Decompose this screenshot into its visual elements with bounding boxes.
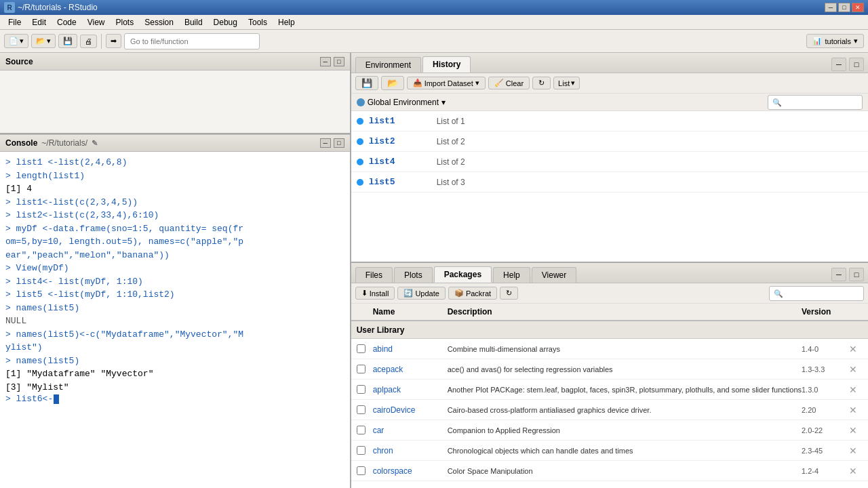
tab-environment[interactable]: Environment: [355, 57, 421, 73]
env-refresh-btn[interactable]: ↻: [532, 77, 551, 89]
pkg-checkbox[interactable]: [357, 466, 373, 475]
tab-help[interactable]: Help: [493, 267, 530, 283]
pkg-desc: Combine multi-dimensional arrays: [448, 345, 802, 353]
var-name: list5: [369, 177, 437, 187]
packages-refresh-btn[interactable]: ↻: [500, 287, 518, 300]
pkg-delete-btn[interactable]: ✕: [849, 364, 863, 375]
source-title: Source: [5, 57, 33, 66]
pkg-delete-btn[interactable]: ✕: [849, 405, 863, 415]
menu-item-code[interactable]: Code: [52, 16, 82, 28]
close-btn[interactable]: ✕: [852, 3, 864, 12]
tab-plots[interactable]: Plots: [394, 267, 433, 283]
menu-item-edit[interactable]: Edit: [26, 16, 52, 28]
toolbar-right: 📊 tutorials ▾: [806, 34, 864, 48]
env-search-input[interactable]: [768, 95, 863, 110]
open-file-dropdown-icon: ▾: [47, 37, 51, 45]
pkg-delete-btn[interactable]: ✕: [849, 425, 863, 436]
pkg-checkbox[interactable]: [357, 365, 373, 373]
pkg-name[interactable]: car: [373, 426, 448, 435]
menu-item-debug[interactable]: Debug: [208, 16, 243, 28]
pkg-checkbox[interactable]: [357, 446, 373, 455]
print-btn[interactable]: 🖨: [80, 35, 97, 48]
console-minimize-btn[interactable]: ─: [320, 138, 331, 148]
pkg-ver: 2.3-45: [802, 447, 849, 455]
pkg-checkbox[interactable]: [357, 405, 373, 414]
pkg-checkbox[interactable]: [357, 344, 373, 353]
console-line: > length(list1): [5, 169, 344, 183]
tab-viewer[interactable]: Viewer: [532, 267, 576, 283]
var-row-list1[interactable]: list1 List of 1: [351, 111, 868, 131]
pkg-ver: 1.2-4: [802, 467, 849, 475]
project-btn[interactable]: 📊 tutorials ▾: [806, 34, 864, 48]
env-icon: [357, 98, 365, 106]
menu-item-build[interactable]: Build: [179, 16, 208, 28]
menu-item-plots[interactable]: Plots: [111, 16, 140, 28]
menu-item-help[interactable]: Help: [273, 16, 300, 28]
files-minimize-btn[interactable]: ─: [831, 268, 846, 281]
menu-item-file[interactable]: File: [3, 16, 26, 28]
list-dropdown-icon: ▾: [571, 79, 575, 87]
env-maximize-btn[interactable]: □: [849, 58, 864, 71]
install-btn[interactable]: ⬇ Install: [355, 287, 395, 300]
console-title-text: Console: [5, 138, 37, 148]
new-file-icon: 📄: [9, 37, 18, 45]
pkg-row-car: car Companion to Applied Regression 2.0-…: [351, 420, 868, 441]
packages-search-input[interactable]: [769, 286, 864, 301]
new-file-btn[interactable]: 📄 ▾: [4, 34, 28, 48]
env-load-btn[interactable]: 📂: [381, 76, 404, 90]
pkg-name[interactable]: abind: [373, 344, 448, 354]
files-panel-controls: ─ □: [831, 268, 864, 283]
console-body[interactable]: > list1 <-list(2,4,6,8) > length(list1) …: [0, 152, 350, 488]
open-file-btn[interactable]: 📂 ▾: [31, 34, 56, 48]
pkg-checkbox[interactable]: [357, 385, 373, 394]
console-line: > names(list5): [5, 302, 344, 315]
pkg-desc: Cairo-based cross-platform antialiased g…: [448, 406, 802, 414]
menu-item-view[interactable]: View: [82, 16, 111, 28]
packrat-btn[interactable]: 📦 Packrat: [448, 287, 497, 300]
install-label: Install: [370, 289, 389, 298]
pkg-desc: ace() and avas() for selecting regressio…: [448, 365, 802, 373]
pkg-delete-btn[interactable]: ✕: [849, 384, 863, 395]
pkg-name[interactable]: chron: [373, 446, 448, 455]
source-minimize-btn[interactable]: ─: [320, 57, 331, 66]
packrat-icon: 📦: [454, 289, 464, 298]
env-clear-btn[interactable]: 🧹 Clear: [488, 77, 530, 89]
var-name: list1: [369, 116, 437, 126]
pkg-name[interactable]: colorspace: [373, 466, 448, 476]
var-row-list4[interactable]: list4 List of 2: [351, 152, 868, 172]
env-save-btn[interactable]: 💾: [355, 76, 378, 90]
console-line: > names(list5)<-c("Mydataframe","Myvecto…: [5, 328, 344, 342]
pkg-row-chron: chron Chronological objects which can ha…: [351, 441, 868, 461]
pkg-name[interactable]: acepack: [373, 365, 448, 374]
var-row-list2[interactable]: list2 List of 2: [351, 131, 868, 152]
tab-files[interactable]: Files: [355, 267, 393, 283]
files-maximize-btn[interactable]: □: [849, 268, 864, 281]
env-minimize-btn[interactable]: ─: [831, 58, 846, 71]
env-label: Global Environment: [368, 98, 439, 107]
pkg-table-header: Name Description Version: [351, 304, 868, 321]
import-dataset-btn[interactable]: 📥 Import Dataset ▾: [407, 77, 486, 89]
tab-packages[interactable]: Packages: [434, 266, 492, 283]
tab-history[interactable]: History: [422, 56, 471, 73]
save-btn[interactable]: 💾: [58, 34, 77, 48]
update-btn[interactable]: 🔄 Update: [397, 287, 445, 300]
env-dropdown[interactable]: Global Environment ▾: [351, 94, 868, 111]
console-input-line[interactable]: > list6<-: [5, 394, 344, 404]
console-maximize-btn[interactable]: □: [334, 138, 344, 148]
goto-input[interactable]: [124, 33, 260, 49]
pkg-delete-btn[interactable]: ✕: [849, 445, 863, 456]
pkg-name[interactable]: aplpack: [373, 385, 448, 394]
menu-item-tools[interactable]: Tools: [243, 16, 273, 28]
source-maximize-btn[interactable]: □: [334, 57, 344, 66]
menu-item-session[interactable]: Session: [139, 16, 179, 28]
maximize-btn[interactable]: □: [838, 3, 850, 12]
pkg-name[interactable]: cairoDevice: [373, 405, 448, 415]
env-list-btn[interactable]: List ▾: [553, 77, 580, 89]
pkg-checkbox[interactable]: [357, 426, 373, 434]
pkg-delete-btn[interactable]: ✕: [849, 344, 863, 354]
console-line: [3] "Mylist": [5, 381, 344, 394]
pkg-delete-btn[interactable]: ✕: [849, 466, 863, 476]
minimize-btn[interactable]: ─: [825, 3, 837, 12]
global-env-select[interactable]: Global Environment ▾: [357, 98, 446, 107]
var-row-list5[interactable]: list5 List of 3: [351, 172, 868, 192]
